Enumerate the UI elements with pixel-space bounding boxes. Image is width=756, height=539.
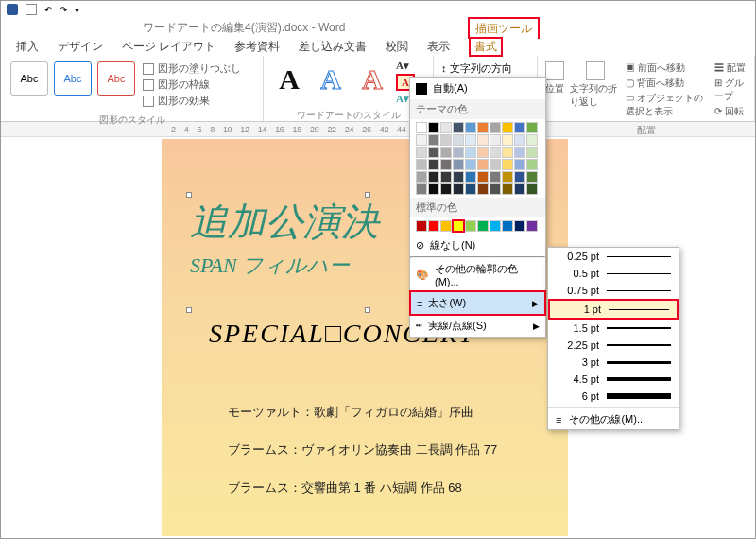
color-swatch[interactable] [416,134,427,146]
more-colors-item[interactable]: 🎨その他の輪郭の色(M)... [410,258,545,291]
color-swatch[interactable] [514,220,525,232]
tab-format[interactable]: 書式 [469,37,503,57]
color-swatch[interactable] [477,171,489,183]
color-swatch[interactable] [490,183,501,195]
color-swatch[interactable] [514,122,525,133]
text-fill-button[interactable]: A▾ [396,60,415,72]
color-swatch[interactable] [514,147,525,158]
color-swatch[interactable] [453,159,464,170]
color-swatch[interactable] [465,159,476,170]
color-swatch[interactable] [440,220,452,232]
tab-page-layout[interactable]: ページ レイアウト [122,39,215,55]
shape-effects-button[interactable]: 図形の効果 [143,94,241,108]
wordart-style-1[interactable]: A [273,63,305,101]
color-swatch[interactable] [416,122,427,133]
color-swatch[interactable] [465,134,476,146]
tab-design[interactable]: デザイン [58,39,103,55]
color-swatch[interactable] [502,134,513,146]
weight-item-1.5pt[interactable]: 1.5 pt [548,320,679,337]
weight-item[interactable]: ≡太さ(W)▶ [409,290,546,316]
color-swatch[interactable] [490,159,501,170]
wordart-style-2[interactable]: A [315,63,347,101]
color-swatch[interactable] [440,183,452,195]
color-swatch[interactable] [502,171,513,183]
color-swatch[interactable] [453,134,464,146]
color-swatch[interactable] [440,159,452,170]
save-icon[interactable] [26,4,37,15]
color-swatch[interactable] [428,183,439,195]
weight-item-0.75pt[interactable]: 0.75 pt [548,282,679,299]
tab-mailings[interactable]: 差し込み文書 [299,39,367,55]
wordart-style-3[interactable]: A [356,63,388,101]
send-backward-button[interactable]: ▢ 背面へ移動 [626,77,709,90]
color-swatch[interactable] [428,122,439,133]
color-swatch[interactable] [416,171,427,183]
shape-outline-button[interactable]: 図形の枠線 [143,78,241,92]
color-swatch[interactable] [440,122,452,133]
weight-item-3pt[interactable]: 3 pt [548,354,679,371]
shape-fill-button[interactable]: 図形の塗りつぶし [143,61,241,76]
resize-handle[interactable] [365,192,370,198]
color-swatch[interactable] [465,171,476,183]
text-direction-button[interactable]: ↕ 文字列の方向 [441,61,529,76]
color-swatch[interactable] [428,171,439,183]
undo-icon[interactable]: ↶ [44,5,52,15]
resize-handle[interactable] [365,307,370,313]
weight-item-4.5pt[interactable]: 4.5 pt [548,371,679,388]
color-swatch[interactable] [490,122,501,133]
no-line-item[interactable]: ⊘線なし(N) [410,235,545,256]
weight-item-1pt[interactable]: 1 pt [548,299,679,320]
color-swatch[interactable] [477,159,489,170]
color-swatch[interactable] [428,134,439,146]
color-swatch[interactable] [453,147,464,158]
drawing-tools-tab[interactable]: 描画ツール [468,17,540,39]
color-swatch[interactable] [526,171,538,183]
color-swatch[interactable] [440,147,452,158]
color-swatch[interactable] [502,183,513,195]
color-swatch[interactable] [502,220,513,232]
color-swatch[interactable] [514,134,525,146]
position-icon[interactable] [545,61,564,80]
color-swatch[interactable] [453,220,464,232]
color-swatch[interactable] [514,171,525,183]
color-swatch[interactable] [440,171,452,183]
qat-more-icon[interactable]: ▾ [75,5,79,15]
color-swatch[interactable] [416,147,427,158]
shape-style-2[interactable]: Abc [54,61,92,96]
color-swatch[interactable] [428,147,439,158]
color-swatch[interactable] [477,147,489,158]
color-swatch[interactable] [526,220,538,232]
resize-handle[interactable] [186,192,192,198]
color-swatch[interactable] [416,220,427,232]
dashes-item[interactable]: ┅実線/点線(S)▶ [410,315,545,337]
weight-item-6pt[interactable]: 6 pt [548,388,679,405]
color-swatch[interactable] [440,134,452,146]
more-lines-item[interactable]: ≡ その他の線(M)... [548,409,679,429]
color-swatch[interactable] [428,159,439,170]
color-swatch[interactable] [453,183,464,195]
shape-style-3[interactable]: Abc [97,61,135,96]
tab-view[interactable]: 表示 [427,39,450,55]
color-swatch[interactable] [477,220,489,232]
color-swatch[interactable] [514,183,525,195]
color-swatch[interactable] [490,220,501,232]
color-swatch[interactable] [490,147,501,158]
tab-references[interactable]: 参考資料 [234,39,280,55]
color-swatch[interactable] [465,122,476,133]
redo-icon[interactable]: ↷ [60,5,67,15]
selection-pane-button[interactable]: ▭ オブジェクトの選択と表示 [626,92,709,118]
align-button[interactable]: ☰ 配置 [714,61,747,75]
tab-insert[interactable]: 挿入 [16,39,39,55]
color-swatch[interactable] [526,183,538,195]
color-swatch[interactable] [453,122,464,133]
color-swatch[interactable] [453,171,464,183]
weight-item-2.25pt[interactable]: 2.25 pt [548,337,679,354]
color-swatch[interactable] [416,159,427,170]
color-swatch[interactable] [526,122,538,133]
color-swatch[interactable] [526,134,538,146]
color-swatch[interactable] [526,147,538,158]
auto-color-item[interactable]: 自動(A) [410,78,545,99]
color-swatch[interactable] [514,159,525,170]
color-swatch[interactable] [502,147,513,158]
color-swatch[interactable] [465,147,476,158]
